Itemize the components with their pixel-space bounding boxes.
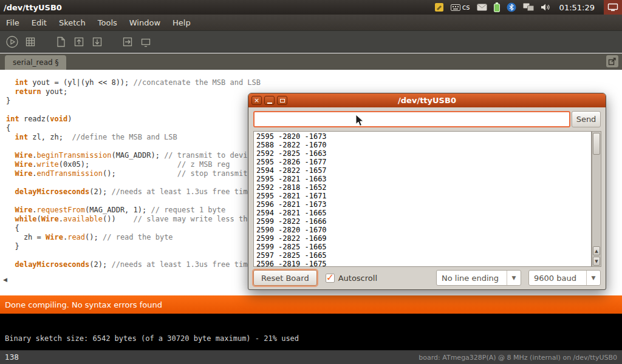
scrollbar-down-arrow-icon[interactable]: ▼ [593, 257, 600, 266]
baud-select[interactable]: 9600 baud ▼ [528, 270, 601, 286]
menu-item-file[interactable]: File [0, 16, 26, 30]
console-text: Binary sketch size: 6542 bytes (of a 307… [5, 334, 299, 343]
serial-input[interactable] [253, 111, 570, 127]
reset-board-button[interactable]: Reset Board [253, 270, 317, 286]
status-bar: Done compiling. No syntax errors found [0, 295, 622, 314]
volume-icon[interactable] [541, 3, 550, 12]
new-file-icon [54, 35, 67, 49]
battery-icon[interactable] [494, 2, 500, 12]
top-panel: /dev/ttyUSB0 cs 01:51:29 [0, 0, 622, 15]
tab-bar: serial_read § [0, 53, 622, 70]
tab-switch-button[interactable] [606, 55, 618, 67]
serial-monitor-button[interactable] [138, 35, 153, 49]
close-button[interactable]: × [251, 96, 262, 105]
menu-item-sketch[interactable]: Sketch [53, 16, 92, 30]
serial-line: 2597 -2825 -1665 [256, 251, 589, 260]
reset-board-label: Reset Board [261, 274, 309, 283]
menu-item-tools[interactable]: Tools [92, 16, 123, 30]
baud-value: 9600 baud [529, 274, 586, 283]
maximize-button[interactable] [277, 96, 287, 105]
minimize-button[interactable] [264, 96, 275, 105]
serial-line: 2594 -2821 -1665 [256, 209, 589, 217]
serial-line: 2592 -2825 -1663 [256, 149, 589, 158]
bluetooth-icon[interactable] [507, 2, 516, 12]
serial-line: 2595 -2821 -1663 [256, 175, 589, 183]
serial-output-scrollbar[interactable]: ▲ ▼ [592, 131, 601, 267]
serial-line: 2596 -2821 -1673 [256, 200, 589, 209]
serial-line: 2594 -2822 -1657 [256, 166, 589, 175]
menu-item-edit[interactable]: Edit [26, 16, 53, 30]
autoscroll-checkbox[interactable]: ✓ [326, 274, 335, 283]
status-message: Done compiling. No syntax errors found [5, 300, 162, 309]
serial-output[interactable]: 2595 -2820 -16732588 -2822 -16702592 -28… [253, 131, 592, 267]
line-ending-select[interactable]: No line ending ▼ [436, 270, 521, 286]
serial-line: 2590 -2820 -1670 [256, 226, 589, 234]
panel-window-title: /dev/ttyUSB0 [0, 3, 62, 12]
autoscroll-label: Autoscroll [338, 274, 377, 283]
serial-line: 2599 -2825 -1665 [256, 243, 589, 251]
send-button-label: Send [576, 115, 596, 124]
keyboard-icon [451, 4, 460, 11]
new-sketch-button[interactable] [53, 35, 68, 49]
maximize-icon [280, 99, 285, 103]
chevron-down-icon: ▼ [586, 271, 600, 285]
tab-label: serial_read § [13, 58, 58, 67]
serial-line: 2599 -2822 -1669 [256, 234, 589, 243]
play-icon [5, 35, 19, 49]
menu-item-help[interactable]: Help [166, 16, 197, 30]
stop-button[interactable] [23, 35, 38, 49]
code-line: int yout = (yl|(yh << 8)); //concatenate… [6, 78, 622, 87]
serial-line: 2592 -2818 -1652 [256, 183, 589, 192]
open-button[interactable] [72, 35, 86, 49]
network-icon[interactable] [523, 3, 534, 12]
scrollbar-thumb[interactable] [593, 133, 600, 155]
send-button[interactable]: Send [572, 111, 601, 127]
mouse-cursor [355, 114, 364, 127]
serial-window-title: /dev/ttyUSB0 [248, 96, 606, 105]
line-ending-value: No line ending [437, 274, 507, 283]
stop-grid-icon [24, 35, 37, 49]
scrollbar-up-arrow-icon[interactable]: ▲ [593, 246, 600, 255]
serial-monitor-controls: Reset Board ✓ Autoscroll No line ending … [248, 269, 606, 286]
chevron-down-icon: ▼ [507, 271, 521, 285]
serial-monitor-window: /dev/ttyUSB0 × Send 2595 -2820 -16732588… [248, 93, 606, 290]
upload-arrow-icon [121, 35, 134, 49]
system-tray: cs 01:51:29 [434, 0, 622, 15]
note-icon[interactable] [434, 2, 444, 12]
line-indicator: 138 [5, 353, 19, 362]
footer-bar: 138 board: ATmega328P(A) @ 8 MHz (intern… [0, 350, 622, 364]
serial-line: 2596 -2819 -1675 [256, 260, 589, 267]
check-icon: ✓ [326, 272, 334, 283]
mail-icon[interactable] [477, 4, 487, 11]
toolbar [0, 30, 622, 53]
menu-bar: FileEditSketchToolsWindowHelp [0, 15, 622, 30]
serial-window-titlebar[interactable]: /dev/ttyUSB0 × [248, 93, 606, 107]
monitor-icon [139, 35, 152, 49]
keyboard-layout-indicator[interactable]: cs [451, 3, 470, 12]
console-output: Binary sketch size: 6542 bytes (of a 307… [0, 314, 622, 350]
clock[interactable]: 01:51:29 [557, 3, 597, 12]
menu-item-window[interactable]: Window [123, 16, 166, 30]
minimize-icon [267, 103, 272, 104]
tab-switch-arrow-icon [608, 57, 617, 66]
open-arrow-icon [72, 35, 86, 49]
serial-line: 2595 -2826 -1677 [256, 158, 589, 166]
serial-line: 2595 -2820 -1673 [256, 132, 589, 141]
keyboard-layout-label: cs [462, 3, 470, 12]
verify-button[interactable] [5, 35, 19, 49]
serial-line: 2595 -2821 -1671 [256, 192, 589, 200]
serial-line: 2599 -2822 -1666 [256, 217, 589, 226]
board-info: board: ATmega328P(A) @ 8 MHz (internal) … [419, 354, 617, 362]
serial-line: 2588 -2822 -1670 [256, 141, 589, 149]
upload-button[interactable] [120, 35, 135, 49]
save-button[interactable] [90, 35, 104, 49]
save-arrow-icon [91, 35, 104, 49]
hscroll-left-arrow-icon[interactable]: ◀ [3, 277, 7, 283]
session-menu-icon[interactable] [604, 0, 622, 15]
tab-serial-read[interactable]: serial_read § [5, 55, 66, 70]
